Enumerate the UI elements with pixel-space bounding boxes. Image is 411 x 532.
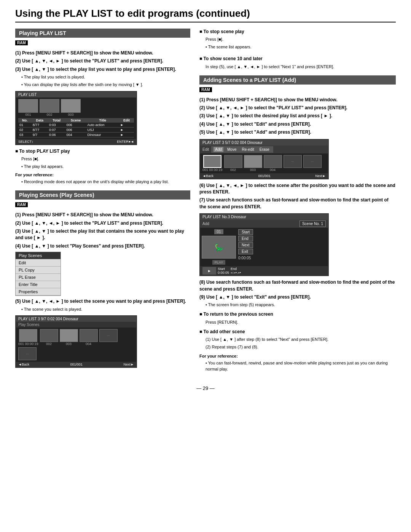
ram-badge-2: RAM	[15, 202, 28, 207]
section-adding-scenes: Adding Scenes to a PLAY LIST (Add)	[199, 75, 396, 85]
stop-scene-heading: ■ To stop scene play	[199, 29, 396, 35]
bottom-thumb: ▶	[202, 267, 216, 275]
thumb-002	[40, 99, 59, 113]
erase-btn: Erase	[258, 147, 271, 152]
exit-btn: Exit	[238, 249, 253, 254]
add-thumb-002	[224, 155, 242, 168]
table-row: 028/770:07006USJ►	[18, 128, 134, 133]
time-display: 0:00:05	[238, 255, 253, 261]
play-list-step2: (2) Use [ ▲, ▼, ◄, ► ] to select the "PL…	[15, 58, 190, 64]
thumb-003	[61, 99, 81, 113]
add-other-heading: ■ To add other scene	[199, 329, 396, 335]
add-thumb-dots2: ···	[303, 155, 322, 168]
add-step8: (8) Use search functions such as fast-fo…	[199, 279, 396, 292]
section-playing-scenes: Playing Scenes (Play Scenes)	[15, 190, 190, 200]
add-thumb-dots1: ···	[284, 155, 302, 168]
add-step1: (1) Press [MENU SHIFT + SEARCH)] to show…	[199, 97, 396, 103]
add-step9-bullet: • The screen from step (5) reappears.	[199, 302, 396, 308]
page-title: Using the PLAY LIST to edit programs (co…	[15, 8, 396, 22]
add-other-step1: (1) Use [ ▲, ▼ ] after step (8) to selec…	[199, 337, 396, 343]
menu-item-edit: Edit	[16, 259, 61, 267]
play-area: 01 🦕 PLAY Start End Next Exit 0:00:05	[200, 228, 328, 266]
play-scenes-menu: Play Scenes Edit PL Copy PL Erase Enter …	[15, 252, 61, 296]
menu-item-properties: Properties	[16, 288, 61, 296]
add-thumb-004	[264, 155, 282, 168]
ps-thumb-dots2: ···	[18, 347, 37, 360]
move-btn: Move	[226, 147, 238, 152]
add-step5: (5) Use [ ▲, ▼ ] to select "Add" and pre…	[199, 129, 396, 136]
show-scene-10-text: In step (5), use [ ▲, ▼, ◄, ► ] to selec…	[199, 64, 396, 70]
scene-no-value: 1	[321, 222, 323, 226]
play-scenes-screen: PLAY LIST 3 9/7 0:02 004 Dinosaur Play S…	[15, 315, 137, 368]
play-scenes-step2: (2) Use [ ▲, ▼, ◄, ► ] to select the "PL…	[15, 220, 190, 227]
add-thumb-001	[203, 155, 221, 168]
show-scene-10-heading: ■ To show scene 10 and later	[199, 56, 396, 62]
for-reference-2-bullet: • You can fast-forward, rewind, pause an…	[199, 360, 396, 372]
start-btn: Start	[238, 229, 253, 235]
scene-detail-header: PLAY LIST No.3 Dinosaur	[200, 214, 328, 220]
stop-scene-bullet: • The scene list appears.	[199, 44, 396, 50]
play-scenes-subheader: Play Scenes	[16, 322, 136, 328]
dino-thumbnail: 🦕	[202, 236, 236, 259]
ps-thumb-002	[40, 329, 58, 342]
add-step7: (7) Use search functions such as fast-fo…	[199, 197, 396, 210]
bottom-end-label: End	[231, 267, 241, 271]
table-row: 018/770:03006Auto action►	[18, 123, 134, 128]
play-controls: Start End Next Exit 0:00:05	[238, 229, 253, 265]
ram-badge-3: RAM	[199, 87, 212, 92]
play-list-bullet2: • You can display the play lists after t…	[21, 82, 190, 88]
ps-thumb-dots1: ···	[99, 329, 118, 342]
scene-01-label: 01	[214, 229, 223, 234]
add-thumb-003	[244, 155, 262, 168]
ps-thumb-004	[80, 329, 98, 342]
play-list-screen: PLAY LIST 001 002	[15, 91, 137, 145]
screen-header-play-list: PLAY LIST	[16, 92, 136, 97]
stop-play-list-bullet: • The play list appears.	[15, 164, 190, 170]
add-btn: Add	[213, 147, 223, 152]
add-screen-bottom: ◄Back 001/001 Next►	[200, 173, 328, 179]
add-step6: (6) Use [ ▲, ▼, ◄, ► ] to select the sce…	[199, 182, 396, 196]
play-list-step1: (1) Press [MENU SHIFT + SEARCH)] to show…	[15, 50, 190, 56]
for-reference-1-bullet: • Recording mode does not appear on the …	[15, 179, 190, 185]
menu-item-pl-copy: PL Copy	[16, 267, 61, 274]
add-label: Add	[202, 222, 209, 226]
screen-bottom-bar: SELECT↕ ENTER●◄	[16, 139, 136, 144]
play-status: PLAY	[212, 260, 225, 265]
ps-thumb-001	[19, 329, 37, 342]
scene-detail-screen: PLAY LIST No.3 Dinosaur Add Scene No. 1 …	[199, 213, 329, 276]
play-scenes-step3: (3) Use [ ▲, ▼ ] to select the play list…	[15, 228, 190, 241]
add-step9: (9) Use [ ▲, ▼ ] to select "Exit" and pr…	[199, 294, 396, 300]
menu-item-enter-title: Enter Title	[16, 281, 61, 288]
add-step4: (4) Use [ ▲, ▼ ] to select "Edit" and pr…	[199, 121, 396, 128]
scene-detail-bottom: ▶ Start 0:00:05 End =:=•.=•	[200, 266, 328, 275]
next-btn: Next	[238, 242, 253, 248]
stop-play-list-text: Press [■].	[15, 156, 190, 162]
bottom-time-start: 0:00:05	[218, 271, 229, 275]
play-list-bullet1: • The play list you select is played.	[21, 74, 190, 80]
thumb-001	[18, 99, 38, 113]
play-list-table: No.DataTotalSceneTitleEdit 018/770:03006…	[18, 118, 134, 137]
play-scenes-step5-bullet: • The scene you select is played.	[15, 307, 190, 313]
edit-label: Edit	[202, 147, 209, 152]
add-other-step2: (2) Repeat steps (7) and (8).	[199, 344, 396, 350]
return-prev-text: Press [RETURN].	[199, 320, 396, 326]
play-scenes-step1: (1) Press [MENU SHIFT + SEARCH)] to show…	[15, 212, 190, 218]
add-buttons-bar: Add Move Re-edit Erase	[211, 146, 273, 153]
play-scenes-screen-header: PLAY LIST 3 9/7 0:02 004 Dinosaur	[16, 316, 136, 322]
scene-no-label: Scene No.	[302, 222, 320, 226]
play-list-step3: (3) Use [ ▲, ▼ ] to select the play list…	[15, 66, 190, 73]
ps-thumb-003	[60, 329, 78, 342]
bottom-start-label: Start	[218, 267, 229, 271]
play-scenes-bottom-bar: ◄Back 001/001 Next►	[16, 362, 136, 367]
end-btn: End	[238, 236, 253, 241]
add-step2: (2) Use [ ▲, ▼, ◄, ► ] to select the "PL…	[199, 105, 396, 111]
menu-item-play-scenes: Play Scenes	[16, 252, 61, 259]
for-reference-1-heading: For your reference:	[15, 172, 190, 178]
table-row: 039/70:06004Dinosaur►	[18, 133, 134, 137]
stop-play-list-heading: ■ To stop PLAY LIST play	[15, 148, 190, 155]
ram-badge-1: RAM	[15, 40, 28, 45]
bottom-time-end: =:=•.=•	[231, 271, 241, 275]
return-prev-heading: ■ To return to the previous screen	[199, 311, 396, 318]
section-playing-play-list: Playing PLAY LIST	[15, 29, 190, 38]
play-scenes-step4: (4) Use [ ▲, ▼ ] to select "Play Scenes"…	[15, 243, 190, 249]
